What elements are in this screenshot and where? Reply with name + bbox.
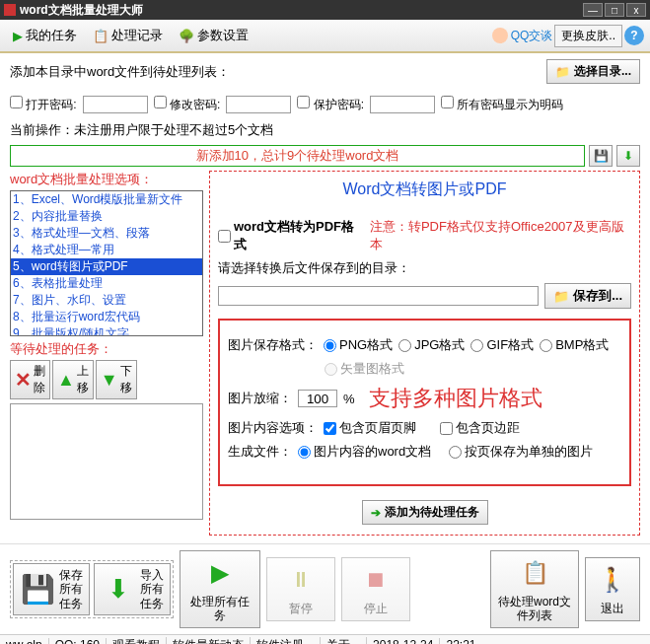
output-word-radio[interactable]: 图片内容的word文档 [298, 443, 431, 461]
close-button[interactable]: x [626, 3, 646, 17]
arrow-up-icon: ▲ [57, 370, 75, 391]
pause-button[interactable]: ⏸暂停 [266, 557, 335, 620]
big-red-text: 支持多种图片格式 [369, 384, 542, 413]
format-label: 图片保存格式： [228, 336, 318, 354]
stop-icon: ⏹ [358, 562, 394, 598]
qq-chat-link[interactable]: QQ交谈 [492, 28, 553, 44]
pdf-checkbox[interactable]: word文档转为PDF格式 [218, 218, 364, 253]
protect-pw-check[interactable]: 保护密码: [297, 96, 364, 113]
pdf-note: 注意：转PDF格式仅支持Office2007及更高版本 [370, 218, 631, 253]
maximize-button[interactable]: □ [605, 3, 624, 17]
save-all-button[interactable]: 💾保存 所有 任务 [13, 563, 90, 615]
delete-button[interactable]: ✕删 除 [10, 360, 50, 399]
scale-label: 图片放缩： [228, 390, 292, 407]
import-icon: ⬇ [101, 571, 136, 607]
protect-pw-input[interactable] [370, 96, 435, 113]
folder-icon: 📁 [555, 65, 570, 79]
minimize-button[interactable]: — [583, 3, 603, 17]
pending-list-button[interactable]: 📋待处理word文 件列表 [490, 550, 579, 628]
status-news[interactable]: 软件最新动态 [167, 637, 251, 644]
tab-settings[interactable]: 🌳参数设置 [172, 23, 255, 48]
content-label: 图片内容选项： [228, 419, 318, 437]
save-icon-button[interactable]: 💾 [589, 145, 613, 167]
scale-input[interactable] [298, 390, 337, 407]
import-all-button[interactable]: ⬇导入 所有 任务 [94, 563, 171, 615]
exit-icon: 🚶 [595, 562, 630, 598]
status-about[interactable]: 关于... [321, 637, 367, 644]
tab-history[interactable]: 📋处理记录 [86, 23, 170, 48]
disk-icon: 💾 [20, 571, 55, 607]
pause-icon: ⏸ [283, 562, 319, 598]
move-down-button[interactable]: ▼下 移 [96, 360, 137, 399]
output-label: 生成文件： [228, 443, 292, 461]
save-dir-label: 请选择转换后文件保存到的目录： [218, 259, 631, 277]
list-item[interactable]: 5、word转图片或PDF [11, 258, 202, 275]
move-up-button[interactable]: ▲上 移 [52, 360, 94, 399]
modify-pw-input[interactable] [226, 96, 291, 113]
play-icon: ▶ [202, 555, 238, 591]
status-time: 22:21 [440, 638, 481, 644]
download-icon: ⬇ [623, 149, 633, 163]
format-bmp[interactable]: BMP格式 [540, 336, 609, 354]
skin-button[interactable]: 更换皮肤.. [554, 25, 622, 47]
window-title: word文档批量处理大师 [20, 2, 583, 19]
add-dir-label: 添加本目录中word文件到待处理列表： [10, 63, 230, 81]
help-button[interactable]: ? [624, 26, 644, 45]
save-dir-input[interactable] [218, 286, 539, 306]
list-item[interactable]: 1、Excel、Word模版批量新文件 [11, 191, 202, 208]
x-icon: ✕ [15, 368, 32, 392]
format-png[interactable]: PNG格式 [324, 336, 393, 354]
arrow-right-icon: ➔ [371, 506, 381, 520]
list-item[interactable]: 9、批量版权/随机文字 [11, 325, 202, 336]
list-item[interactable]: 3、格式处理—文档、段落 [11, 225, 202, 242]
queue-label: 等待处理的任务： [10, 340, 203, 358]
download-icon-button[interactable]: ⬇ [616, 145, 640, 167]
status-register[interactable]: 软件注册... [251, 637, 321, 644]
current-op-label: 当前操作： [10, 122, 74, 137]
status-date: 2018-12-24 [367, 638, 440, 644]
open-pw-input[interactable] [83, 96, 148, 113]
queue-box[interactable] [10, 403, 203, 520]
options-list[interactable]: 1、Excel、Word模版批量新文件 2、内容批量替换 3、格式处理—文档、段… [10, 190, 203, 336]
exit-button[interactable]: 🚶退出 [585, 557, 640, 620]
show-plain-check[interactable]: 所有密码显示为明码 [441, 96, 563, 113]
list-icon: 📋 [517, 555, 552, 591]
panel-title: Word文档转图片或PDF [218, 176, 631, 212]
notify-bar: 新添加10，总计9个待处理word文档 [10, 145, 585, 167]
format-jpg[interactable]: JPG格式 [398, 336, 465, 354]
include-margin-check[interactable]: 包含页边距 [440, 419, 520, 437]
format-vector: 矢量图格式 [325, 360, 404, 378]
format-gif[interactable]: GIF格式 [470, 336, 534, 354]
modify-pw-check[interactable]: 修改密码: [154, 96, 221, 113]
output-pages-radio[interactable]: 按页保存为单独的图片 [449, 443, 593, 461]
process-all-button[interactable]: ▶处理所有任务 [180, 550, 260, 628]
current-op-text: 未注册用户限于处理不超过5个文档 [74, 122, 273, 137]
stop-button[interactable]: ⏹停止 [341, 557, 410, 620]
save-to-button[interactable]: 📁保存到... [544, 283, 631, 309]
list-item[interactable]: 8、批量运行word宏代码 [11, 309, 202, 325]
open-pw-check[interactable]: 打开密码: [10, 96, 77, 113]
status-tutorial[interactable]: 观看教程 [107, 637, 167, 644]
folder-icon: 📁 [553, 289, 569, 304]
add-task-button[interactable]: ➔添加为待处理任务 [362, 500, 488, 525]
choose-dir-button[interactable]: 📁选择目录... [546, 59, 640, 84]
list-item[interactable]: 4、格式处理—常用 [11, 242, 202, 258]
list-item[interactable]: 2、内容批量替换 [11, 208, 202, 225]
disk-icon: 💾 [594, 149, 609, 163]
status-www[interactable]: ww elp [0, 638, 49, 644]
include-header-check[interactable]: 包含页眉页脚 [324, 419, 416, 437]
options-label: word文档批量处理选项： [10, 171, 203, 188]
list-item[interactable]: 6、表格批量处理 [11, 275, 202, 292]
arrow-down-icon: ▼ [101, 370, 118, 391]
tab-my-tasks[interactable]: ▶我的任务 [6, 23, 84, 48]
status-qq[interactable]: QQ: 160 [49, 638, 107, 644]
list-item[interactable]: 7、图片、水印、设置 [11, 292, 202, 309]
